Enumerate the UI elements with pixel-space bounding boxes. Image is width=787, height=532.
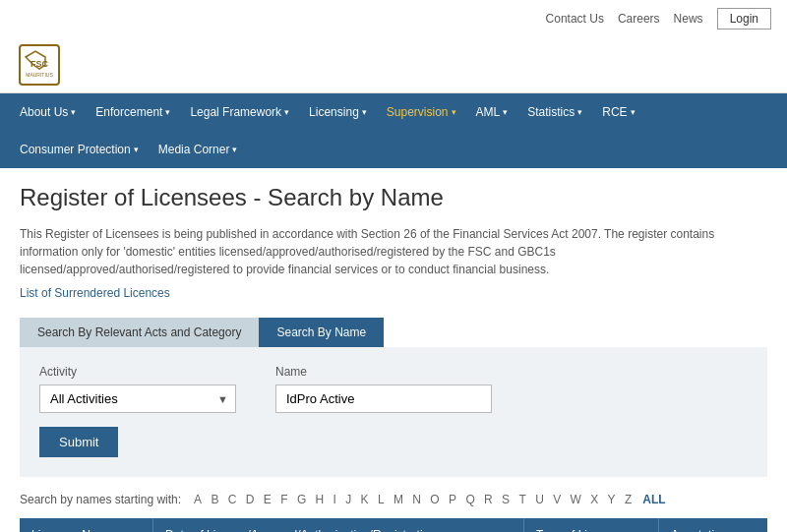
alpha-letter-a[interactable]: A — [191, 492, 205, 507]
alpha-letter-j[interactable]: J — [342, 492, 354, 507]
alpha-letter-d[interactable]: D — [243, 492, 258, 507]
tab-relevant-acts[interactable]: Search By Relevant Acts and Category — [20, 318, 259, 347]
header: FSC MAURITIUS — [0, 37, 787, 93]
alpha-letter-v[interactable]: V — [550, 492, 564, 507]
table-header-cell: Type of License — [523, 518, 658, 532]
nav-item-about-us[interactable]: About Us ▾ — [10, 93, 86, 131]
nav-arrow-icon: ▾ — [631, 107, 636, 117]
table-header-cell: Date of Licence/Approval/Authorisation/R… — [153, 518, 524, 532]
name-group: Name — [275, 365, 492, 413]
alpha-letter-z[interactable]: Z — [622, 492, 635, 507]
activity-select[interactable]: All Activities — [39, 384, 236, 413]
top-bar: Contact Us Careers News Login — [0, 0, 787, 37]
alpha-letter-e[interactable]: E — [261, 492, 274, 507]
alpha-letter-k[interactable]: K — [358, 492, 372, 507]
contact-link[interactable]: Contact Us — [546, 12, 604, 26]
nav-arrow-icon: ▾ — [503, 107, 508, 117]
fsc-logo-icon: FSC MAURITIUS — [18, 43, 61, 87]
page-description: This Register of Licensees is being publ… — [20, 225, 767, 278]
nav-bar: (function() { const data = JSON.parse(do… — [0, 93, 787, 168]
page-content: Register of Licensees - Search by Name T… — [0, 168, 787, 532]
alpha-letter-b[interactable]: B — [208, 492, 221, 507]
nav-item-enforcement[interactable]: Enforcement ▾ — [86, 93, 180, 131]
alpha-letter-s[interactable]: S — [499, 492, 513, 507]
table-header-cell: Annotations — [659, 518, 767, 532]
nav-arrow-icon: ▾ — [71, 107, 76, 117]
name-input[interactable] — [275, 384, 492, 413]
alpha-letter-y[interactable]: Y — [605, 492, 619, 507]
alpha-letter-m[interactable]: M — [391, 492, 406, 507]
nav-item-licensing[interactable]: Licensing ▾ — [299, 93, 377, 131]
alpha-letter-u[interactable]: U — [532, 492, 547, 507]
alpha-letter-i[interactable]: I — [331, 492, 339, 507]
page-title: Register of Licensees - Search by Name — [20, 184, 767, 211]
alpha-all[interactable]: ALL — [642, 493, 665, 506]
activity-label: Activity — [39, 365, 236, 379]
nav-item-legal-framework[interactable]: Legal Framework ▾ — [180, 93, 299, 131]
tab-search-by-name[interactable]: Search By Name — [259, 318, 384, 347]
nav-arrow-icon: ▾ — [452, 107, 456, 117]
careers-link[interactable]: Careers — [618, 12, 660, 26]
nav-item-rce[interactable]: RCE ▾ — [592, 93, 644, 131]
alpha-letter-p[interactable]: P — [446, 492, 459, 507]
nav-item-supervision[interactable]: Supervision ▾ — [377, 93, 466, 131]
alpha-letter-l[interactable]: L — [375, 492, 388, 507]
table-header-cell: Licensee Name — [20, 518, 153, 532]
table-header-row: Licensee NameDate of Licence/Approval/Au… — [20, 518, 767, 532]
form-row: Activity All Activities ▼ Name — [39, 365, 748, 413]
alpha-letter-t[interactable]: T — [515, 492, 528, 507]
alpha-letter-f[interactable]: F — [277, 492, 290, 507]
surrendered-link[interactable]: List of Surrendered Licences — [20, 286, 170, 300]
alpha-letter-o[interactable]: O — [427, 492, 442, 507]
activity-group: Activity All Activities ▼ — [39, 365, 236, 413]
alpha-letters-container: A B C D E F G H I J K L M N O P Q R S T … — [191, 493, 635, 506]
table-header: Licensee NameDate of Licence/Approval/Au… — [20, 518, 767, 532]
alpha-letter-h[interactable]: H — [313, 492, 328, 507]
search-area: Activity All Activities ▼ Name Submit — [20, 347, 767, 477]
nav-item-consumer-protection[interactable]: Consumer Protection ▾ — [10, 131, 149, 168]
nav-arrow-icon: ▾ — [165, 107, 170, 117]
submit-button[interactable]: Submit — [39, 427, 118, 457]
nav-arrow-icon: ▾ — [284, 107, 289, 117]
alpha-letter-g[interactable]: G — [294, 492, 309, 507]
nav-item-media-corner[interactable]: Media Corner ▾ — [149, 131, 248, 168]
nav-item-aml[interactable]: AML ▾ — [466, 93, 518, 131]
alpha-search: Search by names starting with: A B C D E… — [20, 493, 767, 506]
alpha-letter-r[interactable]: R — [481, 492, 496, 507]
alpha-letter-n[interactable]: N — [409, 492, 424, 507]
alpha-letter-x[interactable]: X — [587, 492, 601, 507]
nav-arrow-icon: ▾ — [362, 107, 367, 117]
alpha-letter-c[interactable]: C — [225, 492, 240, 507]
nav-arrow-icon: ▾ — [232, 145, 237, 154]
logo[interactable]: FSC MAURITIUS — [16, 41, 63, 89]
alpha-letter-q[interactable]: Q — [462, 492, 477, 507]
nav-arrow-icon: ▾ — [134, 145, 139, 154]
nav-item-statistics[interactable]: Statistics ▾ — [517, 93, 592, 131]
activity-select-wrapper: All Activities ▼ — [39, 384, 236, 413]
name-label: Name — [275, 365, 492, 379]
results-table: Licensee NameDate of Licence/Approval/Au… — [20, 518, 767, 532]
login-button[interactable]: Login — [717, 8, 771, 30]
svg-text:MAURITIUS: MAURITIUS — [26, 72, 53, 78]
tabs-row: Search By Relevant Acts and Category Sea… — [20, 318, 767, 347]
nav-arrow-icon: ▾ — [577, 107, 582, 117]
alpha-label: Search by names starting with: — [20, 493, 181, 506]
alpha-letter-w[interactable]: W — [568, 492, 584, 507]
news-link[interactable]: News — [674, 12, 703, 26]
